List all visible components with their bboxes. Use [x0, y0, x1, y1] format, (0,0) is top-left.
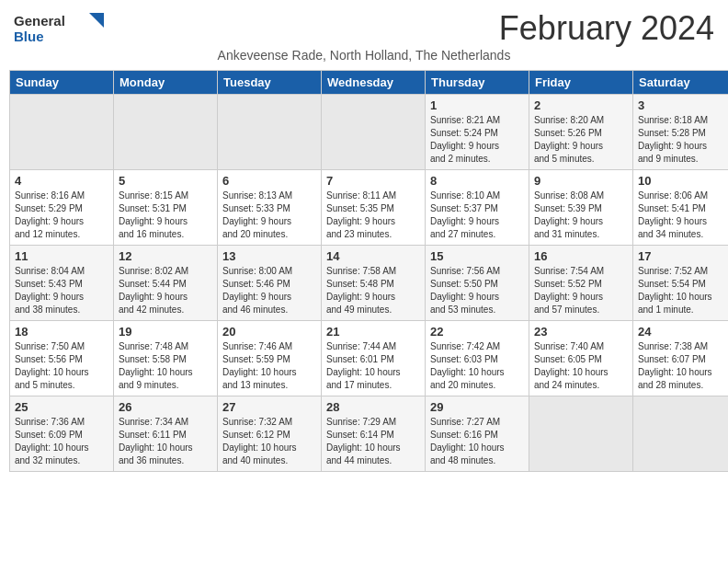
day-number: 5	[119, 174, 212, 188]
table-row: 14Sunrise: 7:58 AM Sunset: 5:48 PM Dayli…	[322, 246, 426, 321]
table-row: 20Sunrise: 7:46 AM Sunset: 5:59 PM Dayli…	[218, 321, 322, 396]
day-number: 20	[222, 325, 316, 339]
table-row: 16Sunrise: 7:54 AM Sunset: 5:52 PM Dayli…	[529, 246, 633, 321]
calendar-week-row: 4Sunrise: 8:16 AM Sunset: 5:29 PM Daylig…	[10, 170, 729, 246]
month-title: February 2024	[499, 9, 714, 48]
svg-marker-1	[89, 13, 104, 28]
day-number: 16	[534, 249, 628, 263]
header: General Blue February 2024	[0, 0, 728, 48]
table-row: 29Sunrise: 7:27 AM Sunset: 6:16 PM Dayli…	[426, 396, 529, 472]
table-row: 26Sunrise: 7:34 AM Sunset: 6:11 PM Dayli…	[114, 396, 218, 472]
table-row: 22Sunrise: 7:42 AM Sunset: 6:03 PM Dayli…	[426, 321, 529, 396]
cell-info: Sunrise: 7:48 AM Sunset: 5:58 PM Dayligh…	[119, 340, 212, 392]
cell-info: Sunrise: 8:00 AM Sunset: 5:46 PM Dayligh…	[222, 265, 316, 316]
day-number: 14	[326, 249, 420, 263]
table-row	[633, 396, 729, 472]
calendar-week-row: 25Sunrise: 7:36 AM Sunset: 6:09 PM Dayli…	[10, 396, 729, 472]
cell-info: Sunrise: 7:52 AM Sunset: 5:54 PM Dayligh…	[638, 265, 728, 316]
table-row: 15Sunrise: 7:56 AM Sunset: 5:50 PM Dayli…	[426, 246, 529, 321]
table-row	[218, 95, 322, 170]
cell-info: Sunrise: 8:02 AM Sunset: 5:44 PM Dayligh…	[119, 265, 212, 316]
day-number: 18	[15, 325, 108, 339]
cell-info: Sunrise: 7:50 AM Sunset: 5:56 PM Dayligh…	[15, 340, 108, 392]
col-monday: Monday	[114, 71, 218, 95]
day-number: 22	[430, 325, 524, 339]
table-row: 4Sunrise: 8:16 AM Sunset: 5:29 PM Daylig…	[10, 170, 114, 246]
day-number: 27	[222, 400, 316, 414]
day-number: 24	[638, 325, 728, 339]
day-number: 28	[326, 400, 420, 414]
svg-text:General: General	[14, 13, 65, 29]
day-number: 26	[119, 400, 212, 414]
cell-info: Sunrise: 7:34 AM Sunset: 6:11 PM Dayligh…	[119, 416, 212, 467]
svg-text:Blue: Blue	[14, 29, 44, 44]
logo: General Blue	[14, 9, 106, 46]
day-number: 8	[430, 174, 524, 188]
day-number: 7	[326, 174, 420, 188]
cell-info: Sunrise: 7:38 AM Sunset: 6:07 PM Dayligh…	[638, 340, 728, 392]
table-row	[322, 95, 426, 170]
day-number: 19	[119, 325, 212, 339]
day-number: 10	[638, 174, 728, 188]
day-number: 21	[326, 325, 420, 339]
table-row	[529, 396, 633, 472]
day-number: 12	[119, 249, 212, 263]
col-sunday: Sunday	[10, 71, 114, 95]
cell-info: Sunrise: 7:56 AM Sunset: 5:50 PM Dayligh…	[430, 265, 524, 316]
table-row: 2Sunrise: 8:20 AM Sunset: 5:26 PM Daylig…	[529, 95, 633, 170]
day-number: 9	[534, 174, 628, 188]
title-section: February 2024	[499, 9, 714, 48]
table-row: 17Sunrise: 7:52 AM Sunset: 5:54 PM Dayli…	[633, 246, 729, 321]
cell-info: Sunrise: 7:32 AM Sunset: 6:12 PM Dayligh…	[222, 416, 316, 467]
col-tuesday: Tuesday	[218, 71, 322, 95]
table-row: 18Sunrise: 7:50 AM Sunset: 5:56 PM Dayli…	[10, 321, 114, 396]
table-row: 19Sunrise: 7:48 AM Sunset: 5:58 PM Dayli…	[114, 321, 218, 396]
cell-info: Sunrise: 8:18 AM Sunset: 5:28 PM Dayligh…	[638, 114, 728, 166]
col-saturday: Saturday	[633, 71, 729, 95]
cell-info: Sunrise: 8:10 AM Sunset: 5:37 PM Dayligh…	[430, 190, 524, 241]
day-number: 6	[222, 174, 316, 188]
table-row: 27Sunrise: 7:32 AM Sunset: 6:12 PM Dayli…	[218, 396, 322, 472]
table-row: 21Sunrise: 7:44 AM Sunset: 6:01 PM Dayli…	[322, 321, 426, 396]
table-row: 23Sunrise: 7:40 AM Sunset: 6:05 PM Dayli…	[529, 321, 633, 396]
day-number: 29	[430, 400, 524, 414]
table-row: 7Sunrise: 8:11 AM Sunset: 5:35 PM Daylig…	[322, 170, 426, 246]
cell-info: Sunrise: 7:29 AM Sunset: 6:14 PM Dayligh…	[326, 416, 420, 467]
table-row: 12Sunrise: 8:02 AM Sunset: 5:44 PM Dayli…	[114, 246, 218, 321]
table-row: 6Sunrise: 8:13 AM Sunset: 5:33 PM Daylig…	[218, 170, 322, 246]
cell-info: Sunrise: 8:15 AM Sunset: 5:31 PM Dayligh…	[119, 190, 212, 241]
cell-info: Sunrise: 8:11 AM Sunset: 5:35 PM Dayligh…	[326, 190, 420, 241]
day-number: 23	[534, 325, 628, 339]
day-number: 11	[15, 249, 108, 263]
cell-info: Sunrise: 7:27 AM Sunset: 6:16 PM Dayligh…	[430, 416, 524, 467]
cell-info: Sunrise: 7:40 AM Sunset: 6:05 PM Dayligh…	[534, 340, 628, 392]
table-row: 9Sunrise: 8:08 AM Sunset: 5:39 PM Daylig…	[529, 170, 633, 246]
cell-info: Sunrise: 8:13 AM Sunset: 5:33 PM Dayligh…	[222, 190, 316, 241]
day-number: 15	[430, 249, 524, 263]
cell-info: Sunrise: 8:16 AM Sunset: 5:29 PM Dayligh…	[15, 190, 108, 241]
location: Ankeveense Rade, North Holland, The Neth…	[0, 48, 728, 63]
cell-info: Sunrise: 8:20 AM Sunset: 5:26 PM Dayligh…	[534, 114, 628, 166]
table-row: 3Sunrise: 8:18 AM Sunset: 5:28 PM Daylig…	[633, 95, 729, 170]
day-number: 2	[534, 98, 628, 112]
cell-info: Sunrise: 8:06 AM Sunset: 5:41 PM Dayligh…	[638, 190, 728, 241]
calendar-week-row: 1Sunrise: 8:21 AM Sunset: 5:24 PM Daylig…	[10, 95, 729, 170]
cell-info: Sunrise: 7:58 AM Sunset: 5:48 PM Dayligh…	[326, 265, 420, 316]
calendar-week-row: 11Sunrise: 8:04 AM Sunset: 5:43 PM Dayli…	[10, 246, 729, 321]
cell-info: Sunrise: 7:44 AM Sunset: 6:01 PM Dayligh…	[326, 340, 420, 392]
col-wednesday: Wednesday	[322, 71, 426, 95]
table-row: 1Sunrise: 8:21 AM Sunset: 5:24 PM Daylig…	[426, 95, 529, 170]
calendar-header-row: Sunday Monday Tuesday Wednesday Thursday…	[10, 71, 729, 95]
day-number: 13	[222, 249, 316, 263]
logo-icon: General Blue	[14, 9, 106, 46]
table-row: 5Sunrise: 8:15 AM Sunset: 5:31 PM Daylig…	[114, 170, 218, 246]
table-row	[114, 95, 218, 170]
day-number: 3	[638, 98, 728, 112]
table-row: 24Sunrise: 7:38 AM Sunset: 6:07 PM Dayli…	[633, 321, 729, 396]
col-thursday: Thursday	[426, 71, 529, 95]
cell-info: Sunrise: 8:21 AM Sunset: 5:24 PM Dayligh…	[430, 114, 524, 166]
col-friday: Friday	[529, 71, 633, 95]
day-number: 25	[15, 400, 108, 414]
cell-info: Sunrise: 7:42 AM Sunset: 6:03 PM Dayligh…	[430, 340, 524, 392]
day-number: 17	[638, 249, 728, 263]
